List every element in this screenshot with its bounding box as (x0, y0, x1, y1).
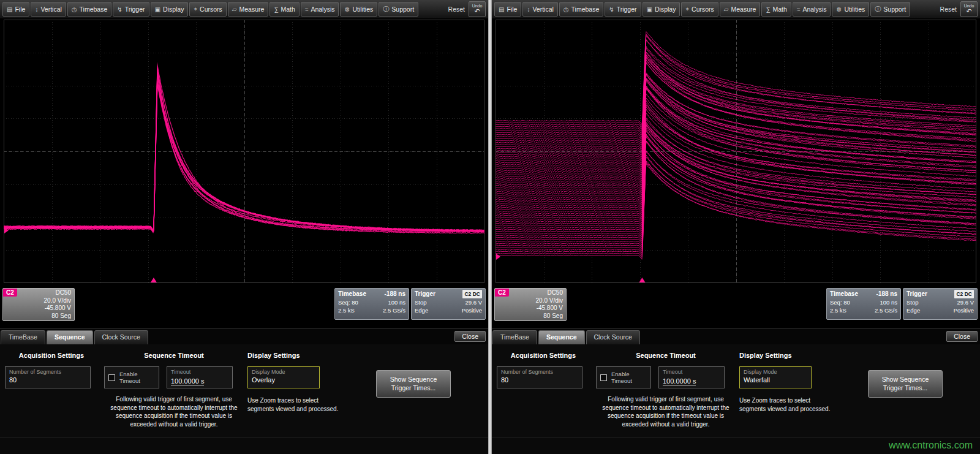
timeout-note: Following valid trigger of first segment… (104, 395, 244, 428)
status-bar: C2 DC50 20.0 V/div -45.800 V 80 Seg Time… (492, 286, 980, 325)
channel-c2-descriptor[interactable]: C2 DC50 20.0 V/div -45.800 V 80 Seg (494, 288, 567, 321)
timebase-icon: ◷ (564, 6, 569, 13)
menu-display[interactable]: ▣Display (643, 2, 680, 17)
trigger-icon: ↯ (609, 6, 614, 13)
undo-button[interactable]: Undo↶ (469, 1, 486, 17)
display-mode-value: Waterfall (744, 376, 807, 384)
timeout-value: 100.0000 s (171, 377, 204, 386)
zoom-note: Use Zoom traces to select segments viewe… (739, 396, 831, 413)
undo-icon: ↶ (966, 8, 971, 15)
timebase-title: Timebase (830, 290, 858, 298)
show-sequence-trigger-times-button[interactable]: Show Sequence Trigger Times... (868, 370, 943, 398)
waveform-grid-right[interactable] (492, 18, 980, 286)
menu-analysis[interactable]: ≈Analysis (793, 2, 831, 17)
menu-support[interactable]: ⓘSupport (379, 2, 418, 17)
checkbox-icon[interactable] (108, 374, 115, 381)
trigger-icon: ↯ (117, 6, 122, 13)
trigger-descriptor[interactable]: TriggerC2 DC Stop29.6 V EdgePositive (903, 288, 978, 320)
timebase-title: Timebase (338, 290, 366, 298)
menu-utilities[interactable]: ⚙Utilities (340, 2, 377, 17)
menu-timebase[interactable]: ◷Timebase (559, 2, 603, 17)
tab-timebase[interactable]: TimeBase (492, 330, 537, 344)
utilities-icon: ⚙ (344, 6, 350, 13)
menu-support[interactable]: ⓘSupport (870, 2, 910, 17)
trigger-source-badge: C2 DC (954, 290, 974, 298)
reset-button[interactable]: Reset (940, 6, 957, 13)
menu-trigger[interactable]: ↯Trigger (113, 2, 149, 17)
channel-c2-descriptor[interactable]: C2 DC50 20.0 V/div -45.800 V 80 Seg (2, 288, 75, 321)
display-settings-title: Display Settings (247, 352, 356, 359)
sequence-dialog: Acquisition Settings Number of Segments … (0, 344, 488, 437)
timebase-icon: ◷ (72, 6, 77, 13)
enable-timeout-checkbox[interactable]: Enable Timeout (104, 366, 159, 388)
menu-measure[interactable]: ▱Measure (228, 2, 269, 17)
support-icon: ⓘ (383, 5, 389, 13)
display-mode-value: Overlay (252, 376, 315, 384)
acquisition-settings-title: Acquisition Settings (497, 352, 590, 359)
close-button[interactable]: Close (946, 331, 978, 342)
menu-math[interactable]: ∑Math (761, 2, 791, 17)
display-icon: ▣ (155, 6, 160, 13)
timebase-descriptor[interactable]: Timebase-188 ns Seq: 80100 ns 2.5 kS2.5 … (334, 288, 409, 320)
menu-vertical[interactable]: ↕Vertical (31, 2, 66, 17)
scope-app: ▤File ↕Vertical ◷Timebase ↯Trigger ▣Disp… (0, 0, 980, 454)
waveform-grid-left[interactable] (0, 18, 488, 286)
math-icon: ∑ (274, 6, 278, 13)
bottom-strip (0, 437, 488, 454)
vertical-icon: ↕ (527, 6, 530, 13)
tab-clock-source[interactable]: Clock Source (586, 330, 640, 344)
menu-support-label: Support (883, 6, 906, 13)
menu-math[interactable]: ∑Math (270, 2, 299, 17)
status-bar: C2 DC50 20.0 V/div -45.800 V 80 Seg Time… (0, 286, 488, 325)
timeout-value: 100.0000 s (663, 377, 696, 386)
tab-sequence[interactable]: Sequence (47, 330, 93, 344)
menu-display-label: Display (655, 6, 676, 13)
close-button[interactable]: Close (454, 331, 486, 342)
menu-timebase-label: Timebase (80, 6, 108, 13)
undo-button[interactable]: Undo↶ (960, 1, 978, 17)
utilities-icon: ⚙ (836, 6, 842, 13)
menu-display-label: Display (163, 6, 184, 13)
menu-analysis[interactable]: ≈Analysis (301, 2, 339, 17)
menu-file[interactable]: ▤File (494, 2, 521, 17)
number-of-segments-field[interactable]: Number of Segments 80 (5, 366, 91, 388)
tab-clock-source[interactable]: Clock Source (94, 330, 148, 344)
menu-cursors[interactable]: ⌖Cursors (189, 2, 226, 17)
checkbox-icon[interactable] (600, 374, 607, 381)
display-mode-select[interactable]: Display Mode Overlay (247, 366, 320, 388)
menu-cursors[interactable]: ⌖Cursors (681, 2, 718, 17)
display-mode-select[interactable]: Display Mode Waterfall (739, 366, 812, 388)
timebase-value: -188 ns (385, 290, 405, 298)
menu-analysis-label: Analysis (802, 6, 826, 13)
show-sequence-trigger-times-button[interactable]: Show Sequence Trigger Times... (376, 370, 451, 398)
menu-utilities-label: Utilities (352, 6, 373, 13)
timeout-field[interactable]: Timeout 100.0000 s (167, 366, 233, 388)
waveform-canvas-overlay[interactable] (4, 20, 484, 283)
trigger-title: Trigger (907, 290, 927, 298)
menu-math-label: Math (773, 6, 787, 13)
number-of-segments-field[interactable]: Number of Segments 80 (497, 366, 582, 388)
menu-display[interactable]: ▣Display (151, 2, 189, 17)
timeout-field[interactable]: Timeout 100.0000 s (658, 366, 725, 388)
menu-file-label: File (15, 6, 25, 13)
timebase-descriptor[interactable]: Timebase-188 ns Seq: 80100 ns 2.5 kS2.5 … (826, 288, 901, 320)
channel-label: C2 (3, 289, 17, 297)
enable-timeout-checkbox[interactable]: Enable Timeout (596, 366, 651, 388)
trigger-descriptor[interactable]: TriggerC2 DC Stop29.6 V EdgePositive (411, 288, 486, 320)
menu-math-label: Math (281, 6, 295, 13)
vertical-icon: ↕ (35, 6, 38, 13)
tab-timebase[interactable]: TimeBase (1, 330, 45, 344)
menu-timebase[interactable]: ◷Timebase (67, 2, 111, 17)
menu-file[interactable]: ▤File (2, 2, 29, 17)
menu-measure[interactable]: ▱Measure (720, 2, 761, 17)
acquisition-settings-title: Acquisition Settings (5, 352, 98, 359)
menu-utilities[interactable]: ⚙Utilities (832, 2, 869, 17)
menu-cursors-label: Cursors (200, 6, 222, 13)
reset-button[interactable]: Reset (448, 6, 465, 13)
waveform-canvas-waterfall[interactable] (496, 20, 976, 283)
menu-trigger[interactable]: ↯Trigger (605, 2, 641, 17)
tab-sequence[interactable]: Sequence (538, 330, 585, 344)
menu-vertical-label: Vertical (532, 6, 553, 13)
menu-vertical[interactable]: ↕Vertical (522, 2, 557, 17)
timeout-note: Following valid trigger of first segment… (596, 395, 736, 428)
